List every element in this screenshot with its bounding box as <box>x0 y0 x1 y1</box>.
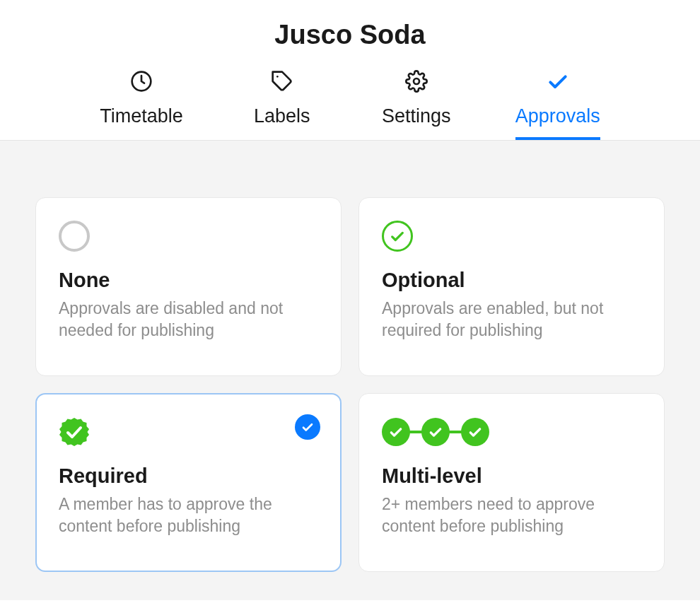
option-title: None <box>59 269 318 292</box>
option-none[interactable]: None Approvals are disabled and not need… <box>35 197 342 376</box>
tab-settings[interactable]: Settings <box>381 70 452 140</box>
tab-label: Settings <box>382 105 451 127</box>
tab-label: Timetable <box>100 105 183 127</box>
option-desc: 2+ members need to approve content befor… <box>382 493 641 537</box>
page-title: Jusco Soda <box>0 20 700 50</box>
none-icon <box>59 221 318 252</box>
clock-icon <box>130 70 153 93</box>
option-title: Required <box>59 464 318 488</box>
option-title: Multi-level <box>382 464 641 488</box>
selected-check-icon <box>295 414 320 440</box>
option-title: Optional <box>382 269 641 292</box>
svg-point-2 <box>414 78 419 84</box>
option-desc: A member has to approve the content befo… <box>59 493 318 537</box>
option-multilevel[interactable]: Multi-level 2+ members need to approve c… <box>358 393 665 572</box>
option-optional[interactable]: Optional Approvals are enabled, but not … <box>358 197 665 376</box>
optional-icon <box>382 221 641 252</box>
option-desc: Approvals are disabled and not needed fo… <box>59 298 318 341</box>
tab-timetable[interactable]: Timetable <box>100 70 183 140</box>
tab-label: Labels <box>254 105 310 127</box>
header: Jusco Soda Timetable Labels <box>0 0 700 141</box>
tabs: Timetable Labels Settings <box>0 70 700 140</box>
tab-approvals[interactable]: Approvals <box>515 70 600 140</box>
tab-label: Approvals <box>515 105 600 127</box>
gear-icon <box>405 70 428 93</box>
tag-icon <box>271 70 293 93</box>
options-grid: None Approvals are disabled and not need… <box>0 141 700 600</box>
option-required[interactable]: Required A member has to approve the con… <box>35 393 342 572</box>
multilevel-icon <box>382 416 641 448</box>
required-icon <box>59 416 318 448</box>
check-icon <box>547 70 569 93</box>
option-desc: Approvals are enabled, but not required … <box>382 298 641 341</box>
tab-labels[interactable]: Labels <box>247 70 317 140</box>
